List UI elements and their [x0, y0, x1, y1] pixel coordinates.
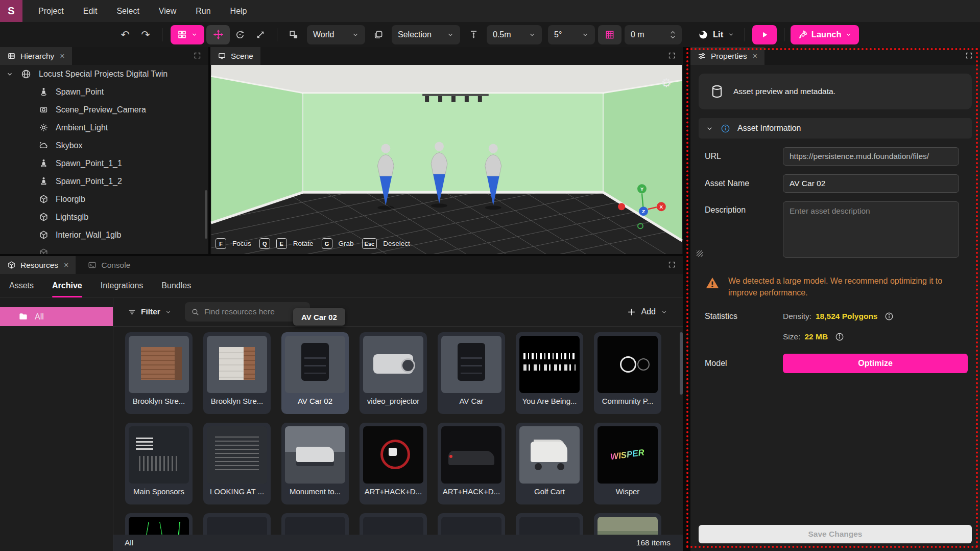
asset-tile[interactable]: ART+HACK+D...: [438, 423, 505, 504]
tree-item[interactable]: Scene_Preview_Camera: [0, 101, 208, 119]
scale-tool-button[interactable]: [250, 25, 271, 44]
asset-tile[interactable]: [203, 513, 271, 535]
menu-project[interactable]: Project: [38, 7, 64, 16]
subtab-assets[interactable]: Assets: [9, 274, 34, 297]
tree-item[interactable]: Lightsglb: [0, 208, 208, 226]
tree-item-label: Scene_Preview_Camera: [56, 105, 146, 114]
tree-item[interactable]: Interior_Wall_1glb: [0, 226, 208, 244]
snap-grid-button[interactable]: [598, 25, 622, 44]
asset-tile[interactable]: video_projector: [360, 332, 427, 414]
move-snap-select[interactable]: 0.5m: [487, 25, 542, 44]
stepper-arrows[interactable]: [670, 30, 676, 39]
density-label: Density:: [783, 312, 811, 321]
layout-grid-button[interactable]: [171, 25, 204, 44]
elevation-stepper[interactable]: 0 m: [625, 25, 682, 44]
render-mode-select[interactable]: Lit: [698, 30, 734, 40]
scene-viewport[interactable]: Y X Z ⚙ F Focus Q E Rotate G Grab Esc De…: [210, 65, 683, 254]
tree-item[interactable]: Ambient_Light: [0, 119, 208, 136]
menu-view[interactable]: View: [159, 7, 176, 16]
menu-help[interactable]: Help: [230, 7, 247, 16]
description-field[interactable]: [783, 201, 959, 258]
close-icon[interactable]: ×: [64, 261, 68, 270]
asset-tile[interactable]: You Are Being...: [516, 332, 583, 414]
resources-panel: Resources × Console Assets Archive Integ…: [0, 256, 683, 551]
tab-scene[interactable]: Scene: [210, 47, 260, 65]
optimize-button[interactable]: Optimize: [783, 354, 968, 373]
asset-tile[interactable]: WISPERWisper: [594, 423, 661, 504]
asset-tile[interactable]: [281, 513, 349, 535]
asset-tile[interactable]: Brooklyn Stre...: [203, 332, 271, 414]
subtab-integrations[interactable]: Integrations: [101, 274, 144, 297]
save-changes-button[interactable]: Save Changes: [699, 525, 972, 543]
asset-tile[interactable]: Brooklyn Stre...: [125, 332, 193, 414]
filter-button[interactable]: Filter: [128, 307, 172, 316]
transform-space-select[interactable]: World: [307, 25, 365, 44]
model-icon: [39, 194, 49, 204]
undo-button[interactable]: ↶: [115, 25, 135, 44]
drop-to-floor-button[interactable]: [463, 25, 484, 44]
expand-icon[interactable]: [194, 52, 201, 59]
asset-tile[interactable]: [125, 513, 193, 535]
hierarchy-tree: Locust Special Projects Digital Twin Spa…: [0, 65, 208, 254]
menu-select[interactable]: Select: [116, 7, 139, 16]
asset-information-header[interactable]: Asset Information: [699, 118, 972, 139]
tree-item[interactable]: Spawn_Point: [0, 83, 208, 101]
asset-tile[interactable]: Golf Cart: [516, 423, 583, 504]
pivot-select[interactable]: Selection: [392, 25, 460, 44]
filter-label: Filter: [141, 307, 160, 316]
menu-run[interactable]: Run: [196, 7, 210, 16]
tab-properties[interactable]: Properties ×: [690, 47, 764, 65]
asset-tile[interactable]: [594, 513, 661, 535]
play-button[interactable]: [752, 25, 777, 44]
tab-hierarchy[interactable]: Hierarchy ×: [0, 47, 72, 65]
info-icon[interactable]: [885, 312, 894, 321]
tree-item-partial[interactable]: [0, 244, 208, 254]
parenting-button[interactable]: [283, 25, 304, 44]
tree-item[interactable]: Spawn_Point_1_2: [0, 172, 208, 190]
hierarchy-scrollbar[interactable]: [205, 190, 207, 239]
asset-tile[interactable]: ART+HACK+D...: [360, 423, 427, 504]
menu-edit[interactable]: Edit: [83, 7, 98, 16]
asset-tile-selected[interactable]: AV Car 02: [281, 332, 349, 414]
expand-icon[interactable]: [668, 52, 676, 59]
resize-handle[interactable]: [697, 250, 703, 257]
tree-item[interactable]: Skybox: [0, 136, 208, 154]
expand-icon[interactable]: [965, 52, 973, 59]
url-field[interactable]: [783, 147, 959, 166]
move-tool-button[interactable]: [206, 25, 230, 44]
folder-item-all[interactable]: All: [0, 307, 113, 326]
rotate-tool-button[interactable]: [230, 25, 250, 44]
asset-tile[interactable]: [360, 513, 427, 535]
resource-search[interactable]: [185, 302, 310, 322]
subtab-archive[interactable]: Archive: [52, 274, 82, 297]
close-icon[interactable]: ×: [753, 52, 757, 61]
asset-tile[interactable]: Community P...: [594, 332, 661, 414]
tree-item[interactable]: Floorglb: [0, 190, 208, 208]
asset-name-field[interactable]: [783, 174, 959, 193]
tab-resources[interactable]: Resources ×: [0, 256, 76, 274]
asset-grid-scrollbar[interactable]: [680, 332, 683, 395]
asset-tile[interactable]: [438, 513, 505, 535]
viewport-settings-gear-icon[interactable]: ⚙: [661, 76, 672, 90]
app-logo[interactable]: S: [0, 0, 22, 22]
asset-tile[interactable]: LOOKING AT ...: [203, 423, 271, 504]
rotate-snap-select[interactable]: 5°: [548, 25, 595, 44]
tree-item-root[interactable]: Locust Special Projects Digital Twin: [0, 65, 208, 83]
chevron-down-icon: [165, 309, 172, 315]
asset-tile[interactable]: Main Sponsors: [125, 423, 193, 504]
redo-button[interactable]: ↷: [135, 25, 156, 44]
close-icon[interactable]: ×: [60, 52, 64, 61]
bounds-button[interactable]: [368, 25, 389, 44]
info-icon[interactable]: [835, 332, 844, 341]
asset-tile[interactable]: [516, 513, 583, 535]
subtab-bundles[interactable]: Bundles: [161, 274, 191, 297]
add-button[interactable]: Add: [627, 307, 667, 317]
tree-item[interactable]: Spawn_Point_1_1: [0, 154, 208, 172]
render-mode-value: Lit: [713, 30, 723, 39]
asset-tile[interactable]: AV Car: [438, 332, 505, 414]
expand-icon[interactable]: [668, 261, 676, 268]
search-input[interactable]: [204, 307, 291, 316]
tab-console[interactable]: Console: [81, 256, 137, 274]
asset-tile[interactable]: Monument to...: [281, 423, 349, 504]
launch-button[interactable]: Launch: [791, 25, 859, 44]
